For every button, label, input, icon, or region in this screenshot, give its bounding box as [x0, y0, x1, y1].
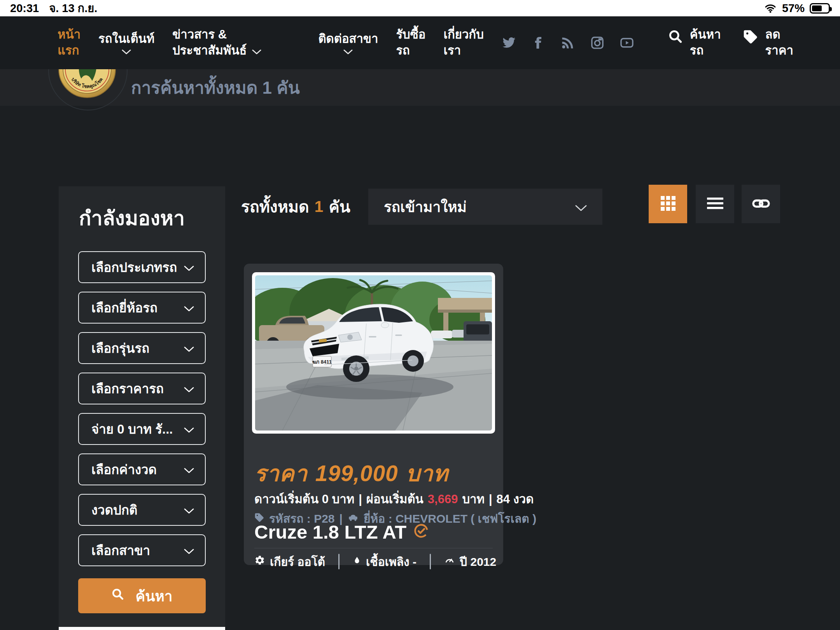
card-divider: [254, 548, 493, 548]
car-price: ราคา 199,000 บาท: [254, 456, 448, 491]
filter-sidebar: กำลังมองหา เลือกประเภทรถ เลือกยี่ห้อรถ เ…: [59, 186, 225, 630]
spec-fuel: เชื้อเพลิง -: [353, 553, 416, 571]
license-plate: ฆภ 8411: [312, 359, 332, 365]
nav-item-contact-branch[interactable]: ติดต่อสาขา: [318, 31, 378, 54]
grid-view-icon: [659, 194, 677, 214]
list-view-button[interactable]: [696, 185, 734, 223]
filter-installment-dropdown[interactable]: เลือกค่างวด: [78, 453, 206, 485]
main-navbar: หน้า แรก รถในเต็นท์ ข่าวสาร & ประชาสัมพั…: [0, 16, 840, 69]
verified-check-icon: [413, 521, 429, 543]
chevron-down-icon: [184, 341, 194, 355]
rss-icon[interactable]: [561, 36, 575, 50]
chevron-down-icon: [318, 49, 378, 54]
filter-term-dropdown[interactable]: งวดปกติ: [78, 494, 206, 526]
finance-line: ดาวน์เริ่มต้น 0 บาท | ผ่อนเริ่มต้น 3,669…: [254, 489, 534, 509]
filter-branch-dropdown[interactable]: เลือกสาขา: [78, 534, 206, 566]
spec-separator: [338, 554, 340, 569]
search-car-button[interactable]: ค้นหา รถ: [668, 27, 721, 59]
sidebar-search-button[interactable]: ค้นหา: [78, 578, 206, 613]
gear-icon: [254, 555, 265, 569]
search-icon: [668, 29, 683, 48]
status-date: จ. 13 ก.ย.: [49, 0, 97, 17]
chevron-down-icon: [184, 502, 194, 517]
filter-zero-down-dropdown[interactable]: จ่าย 0 บาท รั...: [78, 413, 206, 445]
total-results: รถทั้งหมด 1 คัน: [241, 189, 350, 225]
chevron-down-icon: [98, 49, 154, 54]
nav-item-cars-in-stock[interactable]: รถในเต็นท์: [98, 31, 154, 54]
filter-price-dropdown[interactable]: เลือกราคารถ: [78, 373, 206, 404]
fuel-droplet-icon: [353, 555, 361, 569]
list-view-icon: [706, 197, 724, 212]
car-title[interactable]: Cruze 1.8 LTZ AT: [254, 521, 429, 543]
gauge-icon: [444, 555, 455, 569]
sort-dropdown[interactable]: รถเข้ามาใหม่: [368, 189, 602, 225]
battery-icon: [810, 3, 830, 14]
nav-item-home[interactable]: หน้า แรก: [58, 27, 80, 59]
battery-percent: 57%: [782, 2, 805, 15]
spec-year: ปี 2012: [444, 553, 496, 571]
chevron-down-icon: [184, 422, 194, 436]
nav-item-buy-car[interactable]: รับซื้อ รถ: [396, 27, 425, 59]
filter-car-type-dropdown[interactable]: เลือกประเภทรถ: [78, 251, 206, 283]
spec-separator: [430, 554, 431, 569]
facebook-icon[interactable]: [531, 36, 545, 50]
wifi-icon: [764, 2, 777, 14]
installment-value: 3,669: [428, 492, 458, 506]
link-icon: [751, 198, 771, 211]
filter-brand-dropdown[interactable]: เลือกยี่ห้อรถ: [78, 292, 206, 324]
car-photo[interactable]: ฆภ 8411: [252, 272, 495, 434]
chevron-down-icon: [184, 300, 194, 315]
chevron-down-icon: [252, 43, 261, 59]
sale-price-button[interactable]: ลด ราคา: [743, 27, 793, 59]
spec-transmission: เกียร์ ออโต้: [254, 553, 325, 571]
nav-item-about-us[interactable]: เกี่ยวกับ เรา: [443, 27, 483, 59]
search-results-title: การค้นหาทั้งหมด 1 คัน: [131, 74, 300, 101]
total-count: 1: [315, 198, 324, 216]
chevron-down-icon: [575, 199, 587, 215]
filter-model-dropdown[interactable]: เลือกรุ่นรถ: [78, 332, 206, 364]
car-specs: เกียร์ ออโต้ เชื้อเพลิง - ปี 2012: [254, 552, 496, 571]
chevron-down-icon: [184, 543, 194, 558]
chevron-down-icon: [184, 381, 194, 396]
results-header-band: บริษัท โชคคูณโชค การค้นหาทั้งหมด 1 คัน: [0, 69, 840, 106]
status-time: 20:31: [10, 2, 39, 15]
link-view-button[interactable]: [742, 185, 780, 223]
status-bar: 20:31 จ. 13 ก.ย. 57%: [0, 0, 840, 16]
car-listing-card[interactable]: ฆภ 8411 ราคา 199,000 บาท ดาวน์เริ่มต้น 0…: [244, 264, 503, 565]
grid-view-button[interactable]: [649, 185, 687, 223]
nav-item-news[interactable]: ข่าวสาร & ประชาสัมพันธ์: [172, 27, 261, 59]
instagram-icon[interactable]: [590, 36, 604, 50]
search-icon: [111, 588, 124, 604]
social-links: [502, 36, 634, 50]
twitter-icon[interactable]: [502, 36, 516, 50]
chevron-down-icon: [184, 462, 194, 477]
chevron-down-icon: [184, 260, 194, 275]
youtube-icon[interactable]: [620, 36, 634, 50]
price-tag-icon: [743, 29, 758, 49]
sidebar-title: กำลังมองหา: [79, 202, 185, 234]
price-value: 199,000: [315, 460, 398, 486]
